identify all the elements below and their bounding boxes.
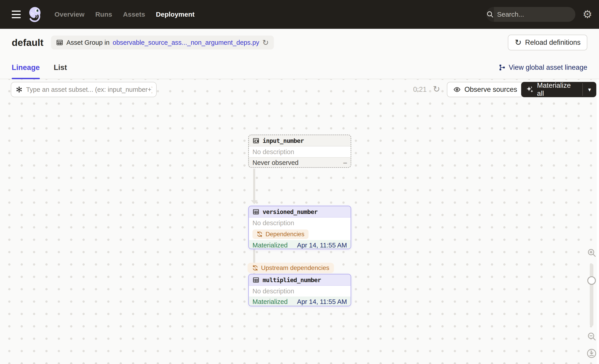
zoom-slider-handle[interactable]	[587, 276, 596, 285]
asset-status-row: Never observed –	[249, 157, 351, 168]
materialize-caret-button[interactable]: ▾	[583, 82, 596, 97]
view-global-asset-lineage-link[interactable]: View global asset lineage	[499, 63, 587, 71]
edge-arrowhead	[251, 200, 258, 204]
sparkles-icon	[526, 86, 534, 94]
reload-definitions-label: Reload definitions	[525, 38, 581, 47]
node-header: multiplied_number	[249, 275, 351, 286]
zoom-slider-track[interactable]	[590, 264, 593, 326]
asset-name: multiplied_number	[263, 277, 321, 284]
status-label: Never observed	[253, 159, 299, 166]
upstream-dependencies-label: Upstream dependencies	[261, 264, 329, 271]
lineage-graph-icon	[499, 64, 506, 71]
hamburger-menu-icon[interactable]	[12, 11, 21, 18]
nav-item-assets[interactable]: Assets	[123, 11, 145, 18]
dependencies-changed-badge[interactable]: ! Dependencies	[253, 229, 308, 239]
zoom-in-icon[interactable]	[587, 248, 597, 258]
edge-input-to-versioned	[253, 169, 255, 200]
reload-icon: ↻	[515, 38, 521, 47]
breadcrumb: Asset Group in observable_source_ass..._…	[51, 35, 274, 50]
dependencies-badge-label: Dependencies	[265, 231, 304, 238]
asset-badge-row: ! Dependencies	[249, 228, 351, 240]
asset-name: versioned_number	[263, 208, 317, 215]
canvas-refresh-icon[interactable]: ↻	[433, 82, 440, 97]
status-label: Materialized	[253, 298, 288, 305]
node-header: versioned_number	[249, 206, 351, 217]
status-value: –	[343, 159, 347, 166]
status-label: Materialized	[253, 242, 288, 249]
asset-description: No description	[249, 147, 351, 157]
nav-item-runs[interactable]: Runs	[95, 11, 112, 18]
scrollbar-gutter	[597, 79, 599, 364]
tabs-row: Lineage List View global asset lineage	[0, 56, 599, 79]
asset-node-versioned-number[interactable]: versioned_number No description ! Depend…	[248, 206, 351, 249]
breadcrumb-refresh-icon[interactable]: ↻	[262, 39, 269, 46]
eye-icon	[453, 86, 461, 93]
gear-icon[interactable]: ⚙	[582, 9, 592, 20]
asset-subset-filter[interactable]	[11, 82, 157, 97]
search-input[interactable]	[494, 11, 575, 18]
asset-status-row: Materialized Apr 14, 11:55 AM	[249, 296, 351, 306]
tab-lineage[interactable]: Lineage	[12, 56, 40, 79]
table-asset-icon	[253, 277, 259, 284]
zoom-out-icon[interactable]	[587, 332, 597, 341]
asset-description: No description	[249, 217, 351, 228]
asset-graph-filter-icon	[15, 86, 23, 93]
page-header: default Asset Group in observable_source…	[0, 29, 599, 56]
asset-group-icon	[56, 39, 63, 46]
view-global-label: View global asset lineage	[509, 63, 587, 71]
upstream-dependencies-badge[interactable]: ! Upstream dependencies	[247, 263, 334, 273]
changed-icon: !	[256, 231, 263, 237]
table-asset-icon	[253, 208, 259, 215]
changed-icon: !	[252, 265, 258, 271]
top-nav: Overview Runs Assets Deployment / ⚙	[0, 0, 599, 29]
global-search[interactable]: /	[486, 7, 575, 22]
asset-description: No description	[249, 286, 351, 296]
lineage-canvas[interactable]: 0:21 ↻ Observe sources Materialize all ▾	[0, 79, 599, 364]
asset-node-input-number[interactable]: input_number No description Never observ…	[248, 135, 351, 168]
materialize-all-main[interactable]: Materialize all	[521, 82, 582, 97]
search-icon	[486, 7, 494, 22]
materialize-all-label: Materialize all	[537, 81, 578, 98]
refresh-timer: 0:21	[413, 82, 427, 97]
status-timestamp: Apr 14, 11:55 AM	[297, 298, 347, 305]
dagster-logo-icon[interactable]	[28, 6, 43, 23]
reload-definitions-button[interactable]: ↻ Reload definitions	[508, 35, 587, 50]
breadcrumb-prefix: Asset Group in	[66, 39, 110, 46]
download-image-icon[interactable]	[586, 348, 597, 359]
observe-sources-label: Observe sources	[464, 86, 517, 94]
breadcrumb-file-link[interactable]: observable_source_ass..._non_argument_de…	[113, 39, 259, 46]
status-timestamp: Apr 14, 11:55 AM	[297, 242, 347, 249]
page-title: default	[12, 37, 44, 48]
asset-name: input_number	[263, 137, 304, 144]
node-header: input_number	[249, 135, 351, 147]
primary-nav: Overview Runs Assets Deployment	[54, 11, 195, 18]
materialize-all-button[interactable]: Materialize all ▾	[521, 82, 596, 97]
svg-text:!: !	[255, 266, 256, 270]
asset-subset-input[interactable]	[26, 86, 152, 93]
nav-item-deployment[interactable]: Deployment	[156, 11, 195, 18]
asset-status-row: Materialized Apr 14, 11:55 AM	[249, 240, 351, 249]
nav-item-overview[interactable]: Overview	[54, 11, 84, 18]
observe-sources-button[interactable]: Observe sources	[447, 82, 523, 97]
caret-down-icon: ▾	[588, 86, 591, 93]
observable-source-asset-icon	[253, 137, 259, 144]
asset-node-multiplied-number[interactable]: multiplied_number No description Materia…	[248, 274, 351, 306]
svg-text:!: !	[259, 233, 260, 236]
tab-list[interactable]: List	[54, 56, 67, 79]
